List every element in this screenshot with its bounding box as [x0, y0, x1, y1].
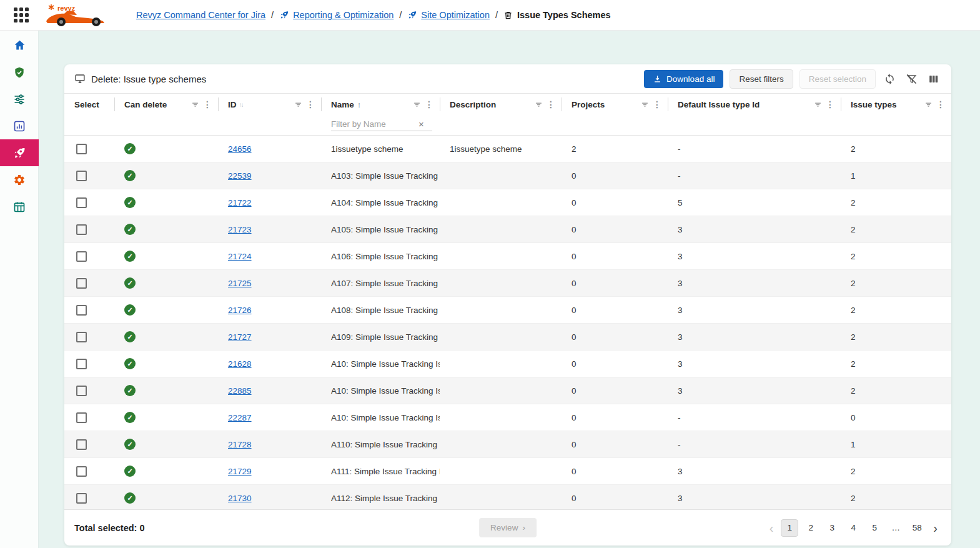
row-checkbox[interactable] — [76, 439, 87, 450]
breadcrumb-link-reporting-optimization[interactable]: Reporting & Optimization — [293, 10, 393, 20]
row-id-link[interactable]: 21725 — [228, 279, 252, 288]
column-menu-icon[interactable]: ⋮ — [935, 99, 946, 109]
pagination-page-1[interactable]: 1 — [781, 519, 798, 537]
column-menu-icon[interactable]: ⋮ — [202, 99, 213, 109]
row-checkbox[interactable] — [76, 359, 87, 369]
row-name: A110: Simple Issue Tracking Iss — [321, 431, 440, 457]
row-id-link[interactable]: 22539 — [228, 171, 252, 181]
row-id-link[interactable]: 21726 — [228, 306, 252, 315]
row-id-link[interactable]: 22287 — [228, 413, 252, 422]
column-menu-icon[interactable]: ⋮ — [305, 99, 316, 109]
row-id-link[interactable]: 21722 — [228, 198, 252, 207]
issue-type-schemes-card: Delete: Issue type schemes Download all … — [64, 64, 951, 546]
apps-grid-icon[interactable] — [14, 7, 29, 22]
sidebar-item-schedules[interactable] — [0, 193, 39, 220]
manage-columns-button[interactable] — [926, 71, 941, 87]
column-menu-icon[interactable]: ⋮ — [545, 99, 557, 109]
download-all-button[interactable]: Download all — [644, 70, 723, 88]
row-checkbox[interactable] — [76, 332, 87, 342]
sort-icon[interactable]: ↑↓ — [239, 101, 243, 108]
filter-off-icon — [906, 73, 918, 85]
column-menu-icon[interactable]: ⋮ — [423, 99, 435, 109]
column-header-issue-types[interactable]: Issue types ⋮ — [841, 94, 951, 115]
row-id-link[interactable]: 22885 — [228, 386, 252, 396]
sidebar-item-reports[interactable] — [0, 112, 39, 139]
row-checkbox[interactable] — [76, 278, 87, 289]
row-issue-types: 2 — [841, 216, 951, 242]
row-checkbox[interactable] — [76, 197, 87, 208]
breadcrumb-link-command-center[interactable]: Revyz Command Center for Jira — [136, 10, 265, 20]
row-checkbox[interactable] — [76, 493, 87, 504]
row-id-link[interactable]: 21628 — [228, 359, 252, 369]
sidebar-item-settings[interactable] — [0, 166, 39, 193]
row-checkbox[interactable] — [76, 224, 87, 235]
column-label: ID — [228, 100, 237, 109]
revyz-logo[interactable]: revyz — [42, 2, 112, 27]
can-delete-check-icon: ✓ — [124, 143, 136, 154]
refresh-button[interactable] — [882, 71, 898, 87]
column-header-default-issue-type-id[interactable]: Default Issue type Id ⋮ — [668, 94, 841, 115]
sort-ascending-icon[interactable]: ↑ — [357, 100, 362, 109]
row-default-issue-type-id: - — [668, 162, 841, 189]
column-header-can-delete[interactable]: Can delete ⋮ — [114, 94, 218, 115]
can-delete-check-icon: ✓ — [124, 412, 136, 423]
row-id-link[interactable]: 21724 — [228, 252, 252, 261]
rocket-icon — [12, 146, 26, 160]
row-name: A112: Simple Issue Tracking Iss — [321, 485, 440, 509]
row-projects: 0 — [562, 377, 668, 404]
row-description: 1issuetype scheme — [440, 136, 562, 162]
pagination-page-4[interactable]: 4 — [844, 519, 862, 537]
column-menu-icon[interactable]: ⋮ — [824, 99, 836, 109]
name-filter-input[interactable] — [331, 119, 418, 129]
reset-filters-button[interactable]: Reset filters — [730, 69, 793, 89]
column-header-projects[interactable]: Projects ⋮ — [562, 94, 668, 115]
row-checkbox[interactable] — [76, 466, 87, 477]
sidebar-item-site-optimization[interactable] — [0, 139, 39, 166]
row-id-link[interactable]: 21728 — [228, 440, 252, 449]
row-default-issue-type-id: 3 — [668, 377, 841, 404]
pagination-page-58[interactable]: 58 — [908, 519, 926, 537]
column-menu-icon[interactable]: ⋮ — [651, 99, 663, 109]
clear-filters-button[interactable] — [904, 71, 919, 87]
column-header-name[interactable]: Name ↑ ⋮ — [321, 94, 440, 115]
filter-list-icon[interactable] — [813, 100, 823, 109]
column-header-id[interactable]: ID ↑↓ ⋮ — [218, 94, 321, 115]
row-checkbox[interactable] — [76, 386, 87, 396]
pagination-ellipsis: … — [887, 519, 904, 537]
row-id-link[interactable]: 21730 — [228, 494, 252, 503]
pagination-page-3[interactable]: 3 — [823, 519, 841, 537]
row-id-link[interactable]: 21727 — [228, 332, 252, 342]
clear-filter-icon[interactable]: × — [418, 119, 424, 129]
row-checkbox[interactable] — [76, 305, 87, 316]
column-header-description[interactable]: Description ⋮ — [440, 94, 562, 115]
row-description — [440, 189, 562, 216]
pagination-next[interactable]: › — [929, 522, 941, 534]
row-checkbox[interactable] — [76, 412, 87, 423]
pagination-page-5[interactable]: 5 — [866, 519, 883, 537]
sidebar-item-security[interactable] — [0, 59, 39, 86]
filter-list-icon[interactable] — [191, 100, 200, 109]
filter-list-icon[interactable] — [534, 100, 543, 109]
can-delete-check-icon: ✓ — [124, 277, 136, 289]
row-default-issue-type-id: 3 — [668, 270, 841, 296]
filter-list-icon[interactable] — [924, 100, 933, 109]
row-id-link[interactable]: 21729 — [228, 467, 252, 476]
row-checkbox[interactable] — [76, 171, 87, 181]
row-checkbox[interactable] — [76, 251, 87, 262]
breadcrumb-link-site-optimization[interactable]: Site Optimization — [421, 10, 490, 20]
sidebar-item-configuration[interactable] — [0, 86, 39, 112]
filter-list-icon[interactable] — [294, 100, 303, 109]
row-checkbox[interactable] — [76, 144, 87, 154]
row-id-link[interactable]: 24656 — [228, 144, 252, 154]
row-projects: 0 — [562, 216, 668, 242]
top-header: revyz Revyz Command Center for Jira / Re… — [0, 0, 980, 31]
table-row: ✓ 21726 A108: Simple Issue Tracking Iss … — [64, 297, 951, 324]
trash-icon — [503, 11, 513, 20]
filter-list-icon[interactable] — [640, 100, 650, 109]
row-id-link[interactable]: 21723 — [228, 225, 252, 234]
filter-list-icon[interactable] — [412, 100, 422, 109]
sidebar-item-home[interactable] — [0, 32, 39, 59]
row-name: A107: Simple Issue Tracking Iss — [321, 270, 440, 296]
row-projects: 0 — [562, 404, 668, 431]
pagination-page-2[interactable]: 2 — [802, 519, 819, 537]
